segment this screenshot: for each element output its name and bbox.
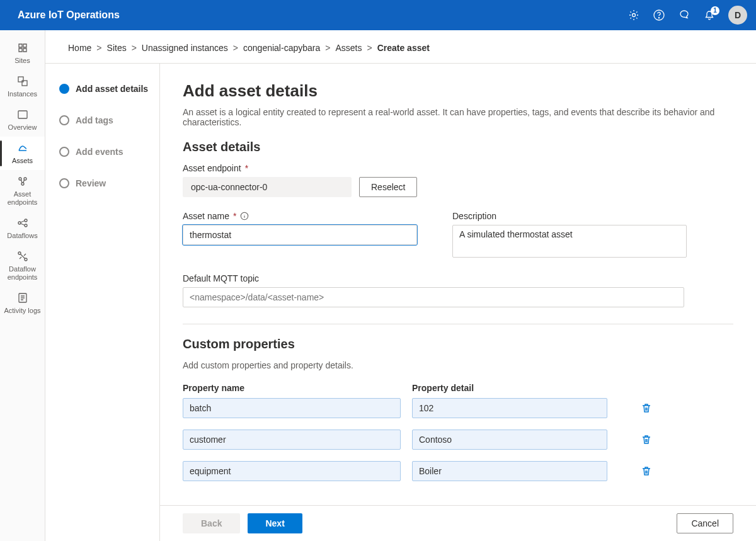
delete-row-button[interactable] (640, 433, 653, 446)
sidebar-item-assets[interactable]: Assets (0, 137, 45, 170)
breadcrumb-link[interactable]: Unassigned instances (142, 43, 228, 53)
trash-icon (640, 433, 653, 446)
wizard-step-add-asset-details[interactable]: Add asset details (59, 84, 152, 94)
custom-properties-subtitle: Add custom properties and property detai… (183, 360, 733, 370)
svg-point-11 (25, 224, 27, 227)
settings-icon[interactable] (627, 9, 640, 21)
sidebar-item-instances[interactable]: Instances (0, 70, 45, 103)
back-button: Back (183, 513, 240, 533)
brand-title: Azure IoT Operations (18, 9, 120, 21)
svg-point-10 (25, 219, 27, 222)
svg-point-7 (24, 178, 26, 180)
instances-icon (16, 75, 29, 88)
feedback-icon[interactable] (678, 9, 690, 21)
property-name-input[interactable] (183, 430, 401, 450)
sites-icon (16, 42, 29, 54)
section-divider (183, 324, 733, 324)
section-custom-properties: Custom properties (183, 337, 733, 351)
label-asset-name: Asset name* (183, 211, 417, 221)
delete-row-button[interactable] (640, 465, 653, 477)
step-indicator-icon (59, 147, 69, 157)
activity-logs-icon (16, 292, 29, 304)
dataflow-endpoints-icon (16, 250, 29, 263)
asset-endpoint-value: opc-ua-connector-0 (183, 177, 352, 197)
avatar[interactable]: D (728, 6, 747, 25)
custom-property-row (183, 461, 733, 481)
header-property-detail: Property detail (412, 383, 474, 393)
svg-point-6 (19, 178, 21, 180)
wizard-steps: Add asset details Add tags Add events Re… (45, 64, 160, 541)
custom-properties-header: Property name Property detail (183, 383, 733, 393)
header-property-name: Property name (183, 383, 401, 393)
notification-badge: 1 (711, 6, 719, 15)
property-name-input[interactable] (183, 398, 401, 418)
step-indicator-icon (59, 115, 69, 125)
label-description: Description (452, 211, 687, 221)
sidebar-item-overview[interactable]: Overview (0, 103, 45, 137)
form-scroll[interactable]: Add asset details An asset is a logical … (160, 64, 756, 505)
svg-point-13 (25, 258, 27, 261)
asset-name-input[interactable] (183, 225, 417, 245)
trash-icon (640, 402, 653, 414)
svg-point-12 (18, 252, 21, 254)
breadcrumb-link[interactable]: Home (68, 43, 91, 53)
topbar-actions: 1 D (627, 6, 747, 25)
breadcrumb-link[interactable]: Sites (107, 43, 127, 53)
svg-point-9 (18, 222, 21, 224)
page-title: Add asset details (183, 81, 733, 101)
svg-rect-5 (18, 111, 27, 118)
breadcrumb: Home> Sites> Unassigned instances> conge… (45, 30, 756, 64)
workspace: Add asset details Add tags Add events Re… (45, 64, 756, 541)
wizard-step-add-tags[interactable]: Add tags (59, 115, 152, 125)
dataflows-icon (16, 217, 29, 229)
top-bar: Azure IoT Operations 1 D (0, 0, 756, 30)
svg-point-8 (21, 183, 24, 185)
next-button[interactable]: Next (248, 513, 302, 533)
left-nav: Sites Instances Overview Assets Asset en… (0, 30, 45, 541)
property-name-input[interactable] (183, 461, 401, 481)
main-column: Home> Sites> Unassigned instances> conge… (45, 30, 756, 541)
property-detail-input[interactable] (412, 461, 607, 481)
wizard-step-add-events[interactable]: Add events (59, 147, 152, 157)
svg-rect-4 (22, 81, 27, 86)
reselect-button[interactable]: Reselect (359, 177, 417, 197)
breadcrumb-current: Create asset (377, 43, 430, 53)
wizard-step-review[interactable]: Review (59, 178, 152, 188)
svg-rect-3 (18, 77, 23, 82)
step-indicator-icon (59, 84, 69, 94)
info-icon[interactable] (240, 212, 249, 220)
trash-icon (640, 465, 653, 477)
label-asset-endpoint: Asset endpoint* (183, 163, 733, 173)
custom-property-row (183, 398, 733, 418)
help-icon[interactable] (653, 9, 665, 21)
form-footer: Back Next Cancel (160, 505, 756, 541)
breadcrumb-link[interactable]: congenial-capybara (243, 43, 320, 53)
asset-endpoints-icon (16, 175, 29, 188)
section-asset-details: Asset details (183, 140, 733, 154)
form-panel: Add asset details An asset is a logical … (160, 64, 756, 541)
delete-row-button[interactable] (640, 402, 653, 414)
svg-point-2 (658, 18, 659, 18)
sidebar-item-sites[interactable]: Sites (0, 37, 45, 70)
page-intro: An asset is a logical entity created to … (183, 107, 733, 127)
overview-icon (16, 108, 29, 121)
property-detail-input[interactable] (412, 430, 607, 450)
notifications-icon[interactable]: 1 (703, 9, 716, 21)
shell: Sites Instances Overview Assets Asset en… (0, 30, 756, 541)
sidebar-item-activity-logs[interactable]: Activity logs (0, 287, 45, 320)
description-textarea[interactable] (452, 225, 687, 258)
cancel-button[interactable]: Cancel (677, 513, 733, 533)
custom-property-row (183, 430, 733, 450)
sidebar-item-dataflows[interactable]: Dataflows (0, 212, 45, 245)
breadcrumb-link[interactable]: Assets (335, 43, 362, 53)
property-detail-input[interactable] (412, 398, 607, 418)
sidebar-item-asset-endpoints[interactable]: Asset endpoints (0, 170, 45, 212)
step-indicator-icon (59, 178, 69, 188)
default-mqtt-input[interactable] (183, 287, 684, 307)
assets-icon (16, 142, 29, 154)
sidebar-item-dataflow-endpoints[interactable]: Dataflow endpoints (0, 245, 45, 287)
svg-point-0 (633, 14, 636, 17)
label-default-mqtt: Default MQTT topic (183, 273, 733, 283)
